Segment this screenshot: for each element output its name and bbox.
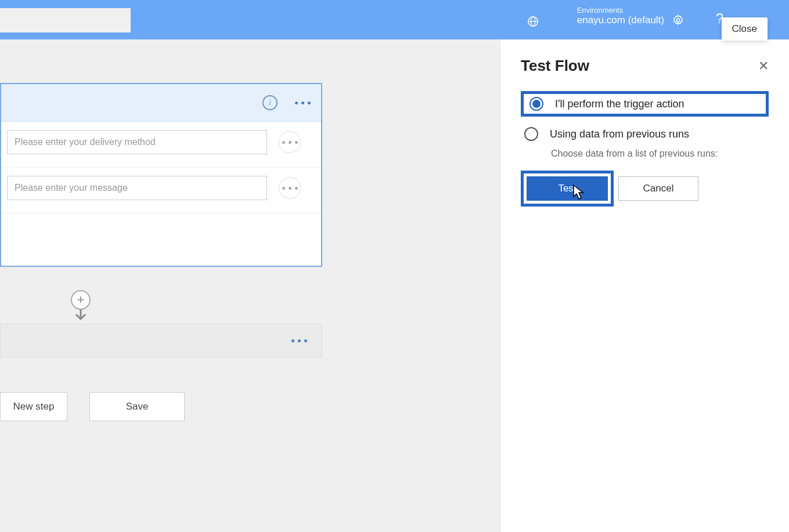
canvas-footer-buttons: New step Save <box>0 392 185 421</box>
more-icon[interactable] <box>291 339 307 342</box>
more-icon[interactable] <box>295 102 311 104</box>
delivery-method-input[interactable] <box>7 130 267 154</box>
test-button[interactable]: Test <box>527 176 608 201</box>
environment-label: Environments <box>577 6 664 15</box>
trigger-card-footer <box>1 213 321 266</box>
radio-perform-trigger[interactable]: I'll perform the trigger action <box>521 91 769 117</box>
flow-canvas: i + New ste <box>0 39 499 532</box>
search-input[interactable] <box>0 8 131 32</box>
input-more-icon[interactable] <box>279 177 301 199</box>
svg-point-3 <box>676 19 680 22</box>
globe-icon <box>527 15 539 30</box>
close-icon[interactable]: ✕ <box>758 59 769 74</box>
save-button[interactable]: Save <box>89 392 185 421</box>
environment-name: enayu.com (default) <box>577 15 664 26</box>
add-step-button[interactable]: + <box>71 290 91 310</box>
previous-runs-description: Choose data from a list of previous runs… <box>551 149 769 159</box>
close-tooltip: Close <box>722 17 768 41</box>
gear-icon[interactable] <box>672 14 684 29</box>
trigger-card-header: i <box>1 84 321 122</box>
app-header: Environments enayu.com (default) ? Close <box>0 0 789 39</box>
cancel-button[interactable]: Cancel <box>618 176 698 201</box>
radio-icon <box>524 127 538 141</box>
test-flow-panel: Test Flow ✕ I'll perform the trigger act… <box>500 39 789 532</box>
info-icon[interactable]: i <box>262 95 278 110</box>
input-row <box>1 168 321 213</box>
trigger-card-body <box>1 122 321 266</box>
message-input[interactable] <box>7 176 267 200</box>
panel-title: Test Flow <box>521 57 589 75</box>
action-card-collapsed[interactable] <box>0 324 322 357</box>
new-step-button[interactable]: New step <box>0 392 67 421</box>
radio-previous-runs[interactable]: Using data from previous runs <box>521 122 769 146</box>
environment-picker[interactable]: Environments enayu.com (default) <box>577 6 664 26</box>
panel-header: Test Flow ✕ <box>521 57 769 75</box>
test-button-highlight: Test <box>521 171 614 207</box>
option-label: Using data from previous runs <box>550 128 689 140</box>
option-label: I'll perform the trigger action <box>555 98 684 110</box>
trigger-card[interactable]: i <box>0 83 322 267</box>
input-row <box>1 122 321 168</box>
radio-icon <box>529 97 543 111</box>
input-more-icon[interactable] <box>279 131 301 153</box>
panel-button-row: Test Cancel <box>521 171 769 207</box>
